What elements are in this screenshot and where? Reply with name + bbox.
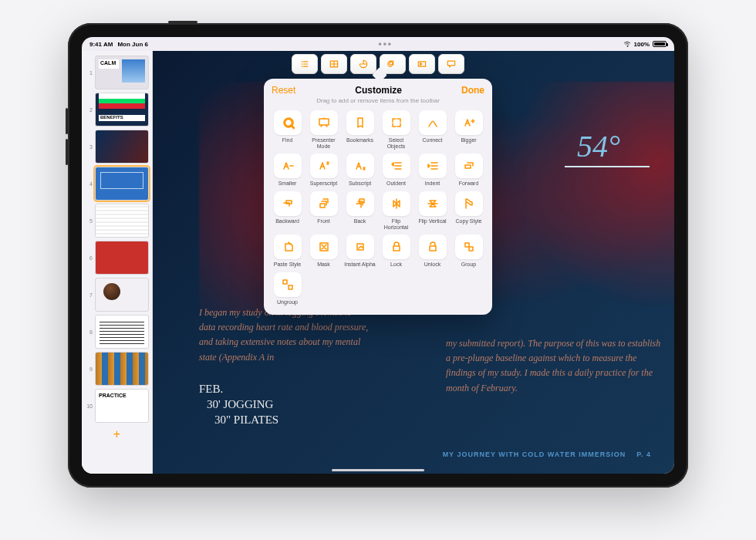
tool-smaller: Smaller — [272, 154, 303, 187]
tool-bookmarks: Bookmarks — [344, 110, 376, 149]
tool-tile-pastestyle[interactable] — [274, 235, 302, 259]
tool-find: Find — [272, 110, 303, 149]
tool-tile-ungroup[interactable] — [274, 272, 302, 297]
popover-subtitle: Drag to add or remove items from the too… — [272, 97, 484, 104]
tool-label-lock: Lock — [390, 262, 402, 268]
tool-label-backward: Backward — [275, 218, 299, 224]
tool-tile-outdent[interactable] — [383, 154, 410, 178]
tool-outdent: Outdent — [380, 154, 412, 187]
group-icon — [462, 240, 476, 254]
tool-label-unlock: Unlock — [424, 262, 440, 268]
front-icon — [317, 197, 331, 211]
toolbar-table-button[interactable] — [321, 54, 347, 74]
popover-title: Customize — [355, 85, 402, 96]
slide-thumb-9[interactable] — [95, 352, 149, 386]
tool-tile-flipv[interactable] — [419, 191, 447, 216]
tool-label-copystyle: Copy Style — [456, 218, 482, 224]
screen: 9:41 AM Mon Jun 6 ••• 100% 1CALM 2BENEFI… — [82, 37, 674, 474]
tool-lock: Lock — [380, 235, 412, 268]
tool-unlock: Unlock — [417, 235, 448, 268]
tool-tile-unlock[interactable] — [419, 235, 447, 259]
copystyle-icon — [462, 197, 476, 211]
tool-tile-forward[interactable] — [455, 154, 483, 178]
tool-label-superscript: Superscript — [310, 181, 337, 187]
tool-tile-alpha[interactable] — [346, 235, 374, 259]
tool-tile-subscript[interactable] — [346, 154, 374, 178]
add-slide-button[interactable]: + — [85, 427, 149, 441]
subscript-icon — [353, 159, 367, 173]
find-icon — [281, 116, 295, 130]
connect-icon — [426, 116, 440, 130]
tool-tile-fliph[interactable] — [383, 191, 410, 216]
indent-icon — [426, 159, 440, 173]
slide-navigator[interactable]: 1CALM 2BENEFITS 3 4 5 6 7 8 9 10PRACTICE… — [82, 51, 153, 474]
tool-indent: Indent — [417, 154, 448, 187]
tool-tile-smaller[interactable] — [274, 154, 302, 178]
volume-up-button[interactable] — [66, 108, 68, 134]
multitask-dots[interactable]: ••• — [148, 39, 623, 49]
tool-tile-connect[interactable] — [419, 110, 447, 135]
slide-thumb-3[interactable] — [95, 130, 149, 164]
tool-tile-indent[interactable] — [419, 154, 447, 178]
toolbar-comment-button[interactable] — [438, 54, 464, 74]
tool-group: Group — [453, 235, 484, 268]
tool-tile-group[interactable] — [455, 235, 483, 259]
status-bar: 9:41 AM Mon Jun 6 ••• 100% — [82, 37, 674, 51]
tool-tile-mask[interactable] — [310, 235, 338, 259]
tool-tile-presenter[interactable] — [310, 110, 338, 135]
tool-label-mask: Mask — [317, 262, 330, 268]
reset-button[interactable]: Reset — [272, 85, 295, 96]
tool-tile-backward[interactable] — [274, 191, 302, 216]
slide-thumb-5[interactable] — [95, 204, 149, 238]
tool-ungroup: Ungroup — [272, 272, 303, 305]
slide-thumb-8[interactable] — [95, 315, 149, 349]
tool-tile-bookmarks[interactable] — [346, 110, 374, 135]
tool-tile-front[interactable] — [310, 191, 338, 216]
tool-label-pastestyle: Paste Style — [274, 262, 301, 268]
slide-thumb-4[interactable] — [95, 167, 149, 201]
tool-label-smaller: Smaller — [278, 181, 297, 187]
slide-thumb-2[interactable]: BENEFITS — [95, 93, 149, 127]
tool-tile-copystyle[interactable] — [455, 191, 483, 216]
tool-label-indent: Indent — [425, 181, 440, 187]
tool-subscript: Subscript — [344, 154, 376, 187]
tool-label-forward: Forward — [459, 181, 479, 187]
presenter-icon — [317, 116, 331, 130]
handwriting-2: 30' JOGGING — [207, 398, 273, 411]
tool-tile-superscript[interactable] — [310, 154, 338, 178]
tool-alpha: Instant Alpha — [344, 235, 376, 268]
slide-thumb-7[interactable] — [95, 278, 149, 312]
status-time: 9:41 AM — [89, 41, 113, 48]
tool-tile-lock[interactable] — [383, 235, 410, 259]
toolbar-list-button[interactable] — [292, 54, 318, 74]
tool-front: Front — [308, 191, 339, 230]
tool-pastestyle: Paste Style — [272, 235, 303, 268]
done-button[interactable]: Done — [461, 85, 484, 96]
toolbar-chart-button[interactable] — [350, 54, 376, 74]
battery-pct: 100% — [634, 41, 650, 48]
tool-tile-bigger[interactable] — [455, 110, 483, 135]
slide-thumb-1[interactable]: CALM — [95, 56, 149, 89]
slide-thumb-6[interactable] — [95, 241, 149, 275]
volume-down-button[interactable] — [66, 139, 68, 165]
select-icon — [390, 116, 403, 130]
tool-copystyle: Copy Style — [453, 191, 484, 230]
tool-tile-back[interactable] — [346, 191, 374, 216]
bookmarks-icon — [353, 116, 367, 130]
slide-thumb-10[interactable]: PRACTICE — [95, 389, 149, 423]
handwriting-1: FEB. — [199, 383, 223, 396]
battery-icon — [653, 41, 667, 47]
tool-fliph: Flip Horizontal — [380, 191, 412, 230]
ungroup-icon — [281, 278, 295, 292]
tool-label-alpha: Instant Alpha — [344, 262, 375, 268]
tool-label-group: Group — [461, 262, 476, 268]
wifi-icon — [623, 41, 631, 47]
home-indicator[interactable] — [332, 469, 424, 471]
tool-tile-find[interactable] — [274, 110, 302, 135]
tool-tile-select[interactable] — [383, 110, 410, 135]
tool-bigger: Bigger — [453, 110, 484, 149]
toolbar-media-button[interactable] — [409, 54, 435, 74]
tool-mask: Mask — [308, 235, 339, 268]
tool-back: Back — [344, 191, 376, 230]
power-button[interactable] — [168, 21, 197, 23]
